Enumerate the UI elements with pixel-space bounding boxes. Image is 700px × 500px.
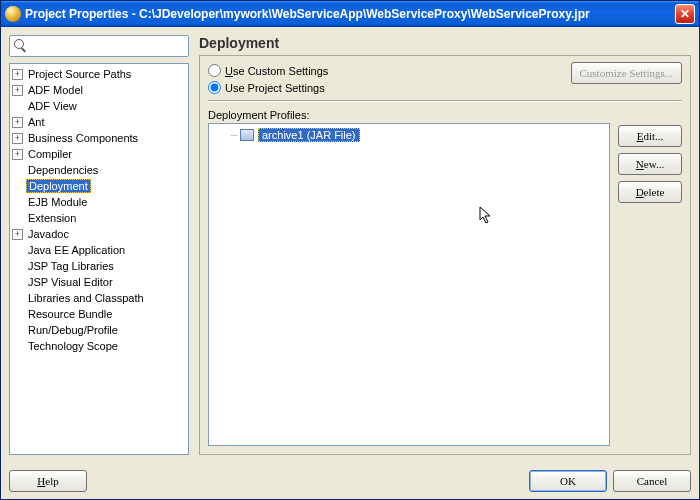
use-custom-label: Use Custom Settings — [225, 65, 328, 77]
tree-item[interactable]: Resource Bundle — [10, 306, 188, 322]
expand-icon[interactable]: + — [12, 149, 23, 160]
tree-item[interactable]: +Business Components — [10, 130, 188, 146]
right-panel: Deployment Customize Settings... Use Cus… — [199, 35, 691, 455]
close-icon: ✕ — [680, 7, 690, 21]
tree-item[interactable]: Run/Debug/Profile — [10, 322, 188, 338]
expand-icon[interactable]: + — [12, 229, 23, 240]
new-button[interactable]: New... — [618, 153, 682, 175]
tree-item-label: EJB Module — [26, 196, 89, 208]
profile-buttons: Edit... New... Delete — [618, 109, 682, 446]
delete-button[interactable]: Delete — [618, 181, 682, 203]
tree-item[interactable]: Technology Scope — [10, 338, 188, 354]
dialog-footer: Help OK Cancel — [1, 463, 699, 499]
edit-button[interactable]: Edit... — [618, 125, 682, 147]
profiles-left: Deployment Profiles: ┈ archive1 (JAR Fil… — [208, 109, 610, 446]
tree-item-label: Java EE Application — [26, 244, 127, 256]
expand-icon[interactable]: + — [12, 133, 23, 144]
use-custom-radio[interactable] — [208, 64, 221, 77]
tree-item-label: Deployment — [26, 179, 91, 193]
profile-label: archive1 (JAR File) — [258, 128, 360, 142]
tree-item-label: Extension — [26, 212, 78, 224]
panel-body: Customize Settings... Use Custom Setting… — [199, 55, 691, 455]
tree-item-label: Project Source Paths — [26, 68, 133, 80]
mouse-cursor-icon — [479, 206, 495, 226]
tree-item[interactable]: EJB Module — [10, 194, 188, 210]
jar-file-icon — [240, 129, 254, 141]
tree-item-label: Technology Scope — [26, 340, 120, 352]
ok-button[interactable]: OK — [529, 470, 607, 492]
divider — [208, 100, 682, 101]
close-button[interactable]: ✕ — [675, 4, 695, 24]
tree-item[interactable]: +Javadoc — [10, 226, 188, 242]
tree-item-label: Resource Bundle — [26, 308, 114, 320]
search-field-wrapper — [9, 35, 189, 57]
customize-settings-button: Customize Settings... — [571, 62, 683, 84]
window-title: Project Properties - C:\JDeveloper\mywor… — [25, 7, 675, 21]
tree-item-label: Libraries and Classpath — [26, 292, 146, 304]
tree-item-label: Business Components — [26, 132, 140, 144]
app-icon — [5, 6, 21, 22]
tree-item[interactable]: +Ant — [10, 114, 188, 130]
profiles-row: Deployment Profiles: ┈ archive1 (JAR Fil… — [208, 109, 682, 446]
profiles-label: Deployment Profiles: — [208, 109, 610, 121]
expand-icon[interactable]: + — [12, 69, 23, 80]
dialog-body: +Project Source Paths+ADF ModelADF View+… — [1, 27, 699, 463]
tree-item-label: Dependencies — [26, 164, 100, 176]
tree-item[interactable]: ADF View — [10, 98, 188, 114]
cancel-button[interactable]: Cancel — [613, 470, 691, 492]
tree-item[interactable]: Java EE Application — [10, 242, 188, 258]
tree-item[interactable]: JSP Tag Libraries — [10, 258, 188, 274]
tree-item[interactable]: +Project Source Paths — [10, 66, 188, 82]
expand-icon[interactable]: + — [12, 117, 23, 128]
tree-item[interactable]: +ADF Model — [10, 82, 188, 98]
tree-item[interactable]: JSP Visual Editor — [10, 274, 188, 290]
help-button[interactable]: Help — [9, 470, 87, 492]
tree-item[interactable]: +Compiler — [10, 146, 188, 162]
search-icon — [12, 38, 28, 54]
tree-item-label: ADF Model — [26, 84, 85, 96]
tree-item-label: JSP Visual Editor — [26, 276, 115, 288]
tree-item[interactable]: Extension — [10, 210, 188, 226]
tree-item-label: ADF View — [26, 100, 79, 112]
profiles-list[interactable]: ┈ archive1 (JAR File) — [208, 123, 610, 446]
left-column: +Project Source Paths+ADF ModelADF View+… — [9, 35, 189, 455]
tree-item-label: Compiler — [26, 148, 74, 160]
tree-item-label: Ant — [26, 116, 47, 128]
category-tree[interactable]: +Project Source Paths+ADF ModelADF View+… — [9, 63, 189, 455]
project-properties-dialog: Project Properties - C:\JDeveloper\mywor… — [0, 0, 700, 500]
use-project-label: Use Project Settings — [225, 82, 325, 94]
expand-icon[interactable]: + — [12, 85, 23, 96]
tree-item[interactable]: Deployment — [10, 178, 188, 194]
tree-item-label: Run/Debug/Profile — [26, 324, 120, 336]
profile-item[interactable]: ┈ archive1 (JAR File) — [231, 128, 605, 142]
tree-item-label: JSP Tag Libraries — [26, 260, 116, 272]
tree-item[interactable]: Libraries and Classpath — [10, 290, 188, 306]
titlebar: Project Properties - C:\JDeveloper\mywor… — [1, 1, 699, 27]
tree-item[interactable]: Dependencies — [10, 162, 188, 178]
panel-title: Deployment — [199, 35, 691, 51]
use-project-radio[interactable] — [208, 81, 221, 94]
tree-connector-icon: ┈ — [231, 130, 236, 141]
search-input[interactable] — [31, 40, 186, 52]
tree-item-label: Javadoc — [26, 228, 71, 240]
